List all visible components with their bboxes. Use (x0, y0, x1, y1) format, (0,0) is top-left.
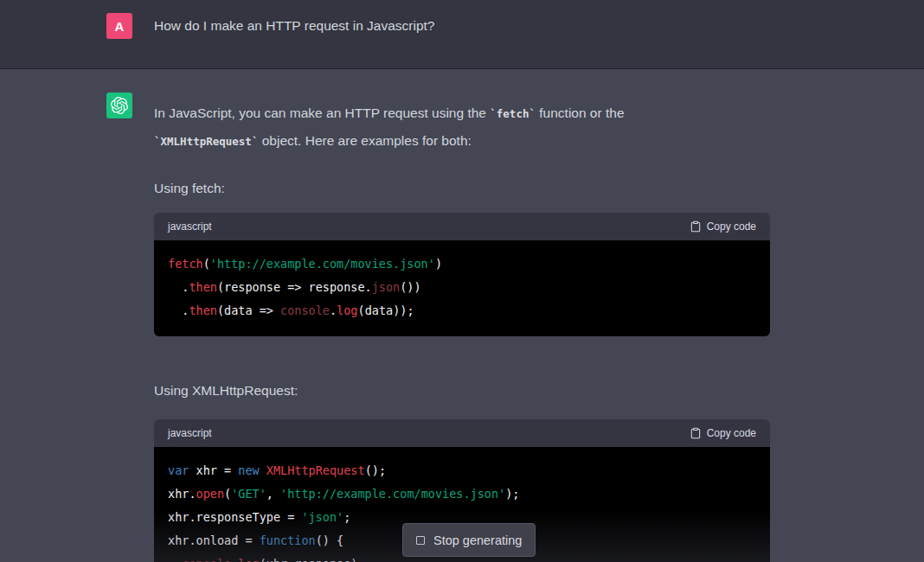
assistant-intro: In JavaScript, you can make an HTTP requ… (154, 99, 770, 155)
code-line: .then(response => response.json()) (168, 276, 756, 299)
user-message-row: A How do I make an HTTP request in Javas… (0, 0, 924, 69)
section-label-xhr: Using XMLHttpRequest: (154, 377, 770, 404)
chat-thread: A How do I make an HTTP request in Javas… (0, 0, 924, 562)
user-message-text: How do I make an HTTP request in Javascr… (154, 13, 435, 39)
copy-code-button[interactable]: Copy code (690, 427, 756, 439)
copy-code-label: Copy code (707, 220, 756, 233)
code-language-label: javascript (168, 427, 212, 439)
code-line: var xhr = new XMLHttpRequest(); (168, 459, 756, 482)
code-block-fetch: javascript Copy code fetch('http://examp… (154, 213, 770, 336)
stop-generating-button[interactable]: Stop generating (402, 523, 536, 557)
inline-code: `fetch` (490, 107, 536, 120)
code-language-label: javascript (168, 220, 212, 233)
openai-logo-icon (111, 97, 128, 114)
code-block-header: javascript Copy code (154, 213, 770, 240)
user-avatar-letter: A (115, 19, 125, 34)
assistant-intro-line: `XMLHttpRequest` object. Here are exampl… (154, 127, 770, 155)
copy-code-label: Copy code (707, 427, 756, 439)
copy-code-button[interactable]: Copy code (690, 220, 756, 233)
clipboard-icon (690, 220, 702, 233)
user-avatar: A (106, 13, 132, 39)
code-block-header: javascript Copy code (154, 419, 770, 447)
code-line: xhr.open('GET', 'http://example.com/movi… (168, 482, 756, 506)
inline-code: `XMLHttpRequest` (154, 135, 258, 148)
assistant-message-row: In JavaScript, you can make an HTTP requ… (0, 69, 924, 562)
code-line: fetch('http://example.com/movies.json') (168, 252, 756, 276)
section-label-fetch: Using fetch: (154, 175, 770, 201)
stop-icon (416, 536, 425, 545)
assistant-intro-line: In JavaScript, you can make an HTTP requ… (154, 99, 770, 127)
code-content-fetch: fetch('http://example.com/movies.json') … (154, 240, 770, 336)
stop-generating-label: Stop generating (433, 533, 522, 547)
clipboard-icon (690, 427, 702, 439)
assistant-message-content: In JavaScript, you can make an HTTP requ… (154, 93, 770, 562)
code-line: .then(data => console.log(data)); (168, 299, 756, 323)
chatgpt-avatar (106, 93, 132, 118)
